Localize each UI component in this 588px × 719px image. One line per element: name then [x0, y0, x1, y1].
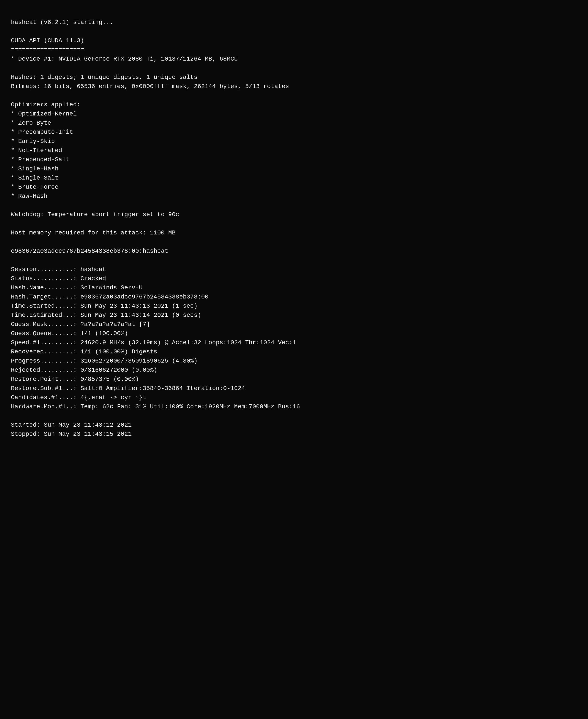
- terminal-line-39: Restore.Point....: 0/857375 (0.00%): [11, 375, 577, 384]
- terminal-line-9: Optimizers applied:: [11, 100, 577, 109]
- terminal-line-20: [11, 201, 577, 210]
- terminal-line-5: [11, 64, 577, 73]
- terminal-line-32: Time.Estimated...: Sun May 23 11:43:14 2…: [11, 311, 577, 320]
- terminal-line-27: Session..........: hashcat: [11, 265, 577, 274]
- terminal-line-4: * Device #1: NVIDIA GeForce RTX 2080 Ti,…: [11, 55, 577, 64]
- terminal-line-23: Host memory required for this attack: 11…: [11, 228, 577, 238]
- terminal-line-15: * Prepended-Salt: [11, 155, 577, 164]
- terminal-line-22: [11, 219, 577, 228]
- terminal-line-34: Guess.Queue......: 1/1 (100.00%): [11, 329, 577, 338]
- terminal-line-40: Restore.Sub.#1...: Salt:0 Amplifier:3584…: [11, 384, 577, 393]
- terminal-line-36: Recovered........: 1/1 (100.00%) Digests: [11, 347, 577, 356]
- terminal-line-3: ====================: [11, 45, 577, 55]
- terminal-line-16: * Single-Hash: [11, 164, 577, 173]
- terminal-line-29: Hash.Name........: SolarWinds Serv-U: [11, 283, 577, 292]
- terminal-line-0: hashcat (v6.2.1) starting...: [11, 18, 577, 27]
- terminal-line-31: Time.Started.....: Sun May 23 11:43:13 2…: [11, 302, 577, 311]
- terminal-line-44: Started: Sun May 23 11:43:12 2021: [11, 420, 577, 430]
- terminal-line-28: Status...........: Cracked: [11, 274, 577, 283]
- terminal-line-13: * Early-Skip: [11, 137, 577, 146]
- terminal-line-21: Watchdog: Temperature abort trigger set …: [11, 210, 577, 219]
- terminal-line-18: * Brute-Force: [11, 183, 577, 192]
- terminal-line-25: e983672a03adcc9767b24584338eb378:00:hash…: [11, 247, 577, 256]
- terminal-line-26: [11, 256, 577, 265]
- terminal-line-19: * Raw-Hash: [11, 192, 577, 201]
- terminal-line-17: * Single-Salt: [11, 173, 577, 183]
- terminal-line-41: Candidates.#1....: 4{,erat -> cyr ~}t: [11, 393, 577, 402]
- terminal-line-24: [11, 238, 577, 247]
- terminal-line-6: Hashes: 1 digests; 1 unique digests, 1 u…: [11, 73, 577, 82]
- terminal-line-33: Guess.Mask.......: ?a?a?a?a?a?a?at [7]: [11, 320, 577, 329]
- terminal-line-2: CUDA API (CUDA 11.3): [11, 36, 577, 45]
- terminal-line-30: Hash.Target......: e983672a03adcc9767b24…: [11, 292, 577, 302]
- terminal-line-35: Speed.#1.........: 24620.9 MH/s (32.19ms…: [11, 338, 577, 347]
- terminal-line-8: [11, 91, 577, 100]
- terminal-line-45: Stopped: Sun May 23 11:43:15 2021: [11, 430, 577, 439]
- terminal-line-42: Hardware.Mon.#1..: Temp: 62c Fan: 31% Ut…: [11, 402, 577, 411]
- terminal-line-14: * Not-Iterated: [11, 146, 577, 155]
- terminal-line-37: Progress.........: 31606272000/735091890…: [11, 356, 577, 366]
- terminal-output: hashcat (v6.2.1) starting... CUDA API (C…: [11, 9, 577, 439]
- terminal-line-1: [11, 27, 577, 36]
- terminal-line-10: * Optimized-Kernel: [11, 109, 577, 119]
- terminal-line-43: [11, 411, 577, 420]
- terminal-line-12: * Precompute-Init: [11, 128, 577, 137]
- terminal-line-11: * Zero-Byte: [11, 119, 577, 128]
- terminal-line-7: Bitmaps: 16 bits, 65536 entries, 0x0000f…: [11, 82, 577, 91]
- terminal-line-38: Rejected.........: 0/31606272000 (0.00%): [11, 366, 577, 375]
